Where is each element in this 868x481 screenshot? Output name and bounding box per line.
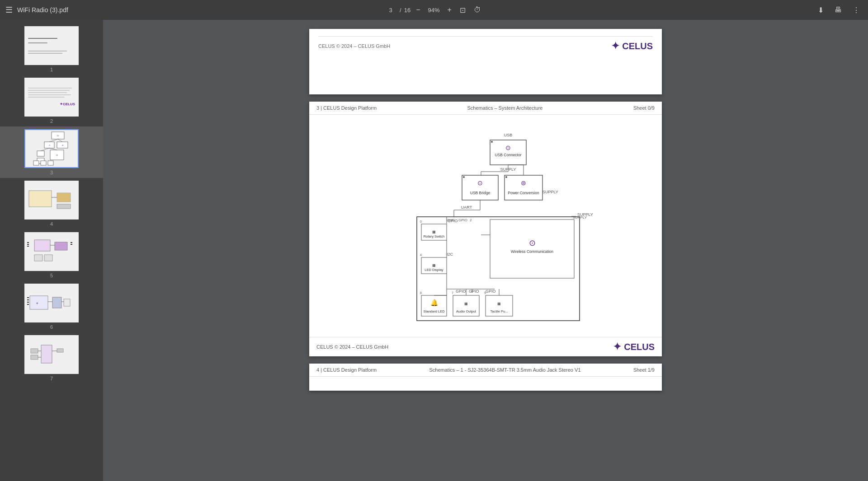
svg-text:7: 7 <box>452 291 453 294</box>
svg-text:⊚: ⊚ <box>62 144 63 146</box>
thumb-num-5: 5 <box>50 273 53 278</box>
svg-text:USB Bridge: USB Bridge <box>470 191 491 195</box>
page4-header-center: Schematics – 1 - SJ2-35364B-SMT-TR 3.5mm… <box>429 367 580 373</box>
svg-rect-29 <box>71 242 72 243</box>
svg-rect-41 <box>41 345 52 363</box>
page3-header-right: Sheet 0/9 <box>633 105 655 111</box>
svg-text:4: 4 <box>420 253 422 257</box>
svg-rect-38 <box>27 302 29 303</box>
svg-text:SUPPLY: SUPPLY <box>500 167 516 172</box>
svg-rect-28 <box>27 246 29 247</box>
page3-header-left: 3 | CELUS Design Platform <box>316 105 377 111</box>
svg-text:2: 2 <box>470 218 472 222</box>
svg-text:9: 9 <box>484 291 486 294</box>
page-number-input[interactable] <box>384 7 397 14</box>
svg-text:0: 0 <box>420 220 422 223</box>
thumbnail-page-1[interactable]: 1 <box>0 23 103 75</box>
svg-text:▦: ▦ <box>497 302 501 306</box>
svg-line-15 <box>41 148 49 151</box>
page2-copyright: CELUS © 2024 – CELUS GmbH <box>318 43 390 49</box>
main-area: 1 ✦CELUS 2 <box>0 20 868 481</box>
thumbnail-page-6[interactable]: ◈ 6 <box>0 281 103 332</box>
svg-text:⊙: ⊙ <box>505 144 511 151</box>
page3-footer-copyright: CELUS © 2024 – CELUS GmbH <box>316 344 388 350</box>
svg-rect-24 <box>44 255 52 261</box>
pdf-viewer[interactable]: CELUS © 2024 – CELUS GmbH ✦ CELUS 3 | CE… <box>103 20 868 481</box>
svg-text:LED Display: LED Display <box>425 268 443 272</box>
svg-rect-43 <box>31 355 38 360</box>
print-button[interactable]: 🖶 <box>832 4 844 16</box>
thumb-box-1 <box>24 26 79 65</box>
fit-page-button[interactable]: ⊡ <box>457 4 468 16</box>
svg-text:Tactile Pu...: Tactile Pu... <box>491 309 508 313</box>
toolbar: ☰ WiFi Radio (3).pdf / 16 − 94% + ⊡ ⏱ ⬇ … <box>0 0 868 20</box>
page-total: 16 <box>404 7 410 14</box>
thumbnail-page-2[interactable]: ✦CELUS 2 <box>0 75 103 126</box>
svg-rect-18 <box>57 193 71 202</box>
thumb-num-7: 7 <box>50 376 53 381</box>
schematic-container: ⊙ USB Connector USB SUPPLY ⊙ <box>318 122 653 330</box>
svg-rect-22 <box>55 242 67 250</box>
zoom-level: 94% <box>426 7 442 14</box>
svg-text:USB Connector: USB Connector <box>495 153 521 157</box>
svg-rect-37 <box>27 299 29 300</box>
svg-text:GPIO: GPIO <box>456 289 466 294</box>
svg-rect-44 <box>57 349 63 352</box>
svg-rect-33 <box>64 299 70 306</box>
svg-rect-6 <box>37 151 44 156</box>
thumb-box-3: ⊙ ⊙ ⊚ ⊙ <box>24 129 79 168</box>
svg-text:⊙: ⊙ <box>57 134 59 137</box>
thumb-num-4: 4 <box>50 221 53 227</box>
svg-text:⊙: ⊙ <box>529 238 536 248</box>
celus-logo-text-page3: CELUS <box>624 342 655 352</box>
svg-text:Standard LED: Standard LED <box>423 309 445 313</box>
more-options-button[interactable]: ⋮ <box>850 4 863 16</box>
menu-icon[interactable]: ☰ <box>5 5 13 15</box>
svg-text:SUPPLY: SUPPLY <box>573 215 587 219</box>
svg-text:▦: ▦ <box>464 302 468 306</box>
svg-text:GPIO: GPIO <box>469 289 479 294</box>
svg-text:⊙: ⊙ <box>477 179 483 187</box>
page3-footer: CELUS © 2024 – CELUS GmbH ✦ CELUS <box>309 337 662 356</box>
page-nav: / 16 <box>384 7 410 14</box>
thumbnail-page-4[interactable]: 4 <box>0 178 103 229</box>
download-button[interactable]: ⬇ <box>815 4 826 16</box>
toolbar-left: ☰ WiFi Radio (3).pdf <box>5 5 381 15</box>
history-button[interactable]: ⏱ <box>471 4 484 16</box>
svg-text:GPIO: GPIO <box>458 218 467 222</box>
svg-rect-31 <box>30 296 48 309</box>
system-architecture-diagram: ⊙ USB Connector USB SUPPLY ⊙ <box>350 126 621 325</box>
thumb-num-6: 6 <box>50 324 53 330</box>
svg-rect-32 <box>52 297 61 308</box>
page-separator: / <box>400 7 401 14</box>
svg-text:⊙: ⊙ <box>56 154 58 156</box>
zoom-out-button[interactable]: − <box>413 5 423 15</box>
svg-rect-23 <box>34 255 42 261</box>
svg-line-14 <box>58 139 62 142</box>
thumb-num-1: 1 <box>50 67 53 72</box>
svg-point-60 <box>463 176 465 178</box>
thumb-box-6: ◈ <box>24 284 79 322</box>
page4-header: 4 | CELUS Design Platform Schematics – 1… <box>309 364 662 377</box>
svg-text:Wireless Communication: Wireless Communication <box>511 249 553 254</box>
svg-text:GPIO: GPIO <box>486 289 496 294</box>
page4-header-right: Sheet 1/9 <box>633 367 655 373</box>
svg-rect-26 <box>27 242 29 243</box>
svg-rect-17 <box>29 191 52 207</box>
zoom-in-button[interactable]: + <box>445 5 454 15</box>
svg-rect-27 <box>27 244 29 245</box>
svg-text:Power Conversion: Power Conversion <box>508 191 539 195</box>
svg-line-13 <box>49 139 58 142</box>
thumbnail-page-3[interactable]: ⊙ ⊙ ⊚ ⊙ <box>0 126 103 178</box>
pdf-page-3: 3 | CELUS Design Platform Schematics – S… <box>309 102 662 356</box>
svg-rect-21 <box>34 240 50 251</box>
svg-rect-39 <box>27 304 29 305</box>
svg-text:▦: ▦ <box>432 263 436 267</box>
svg-text:I2C: I2C <box>447 252 453 257</box>
thumbnail-page-7[interactable]: 7 <box>0 332 103 384</box>
svg-text:Rotary Switch: Rotary Switch <box>424 234 444 238</box>
svg-text:Audio Output: Audio Output <box>456 309 476 313</box>
svg-text:UART: UART <box>461 205 472 210</box>
svg-text:GND: GND <box>447 218 455 222</box>
thumbnail-page-5[interactable]: 5 <box>0 229 103 281</box>
